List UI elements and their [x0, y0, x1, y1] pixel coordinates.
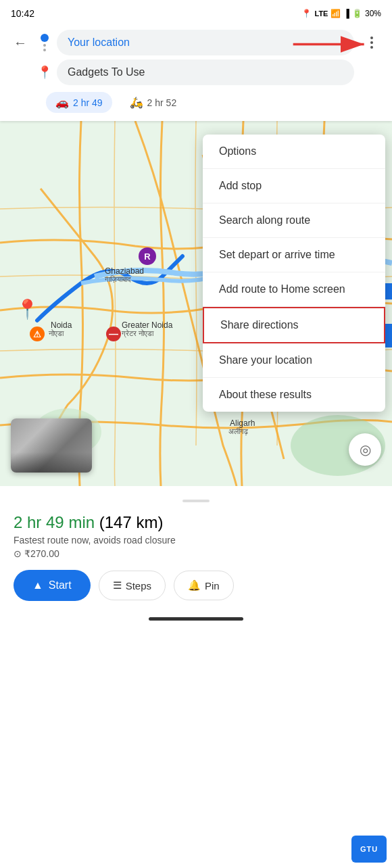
- route-options-row: 🚗 2 hr 49 🛵 2 hr 52: [8, 89, 384, 116]
- pin-icon: 🔔: [188, 579, 201, 592]
- location-icon: 📍: [301, 9, 312, 18]
- watermark: GTU: [351, 836, 387, 863]
- dropdown-item-search-along-route[interactable]: Search along route: [203, 203, 385, 238]
- status-icons: 📍 LTE 📶 ▐ 🔋 30%: [301, 9, 381, 18]
- connector-dot-1: [43, 44, 46, 47]
- wifi-icon: 📶: [330, 9, 341, 18]
- battery-icon: 🔋: [352, 9, 362, 18]
- car-icon: 🚗: [55, 96, 69, 109]
- destination-marker: 📍: [16, 298, 39, 320]
- dropdown-item-options[interactable]: Options: [203, 135, 385, 169]
- dropdown-item-about-results[interactable]: About these results: [203, 378, 385, 412]
- back-button[interactable]: ←: [8, 30, 32, 55]
- dropdown-item-share-location[interactable]: Share your location: [203, 343, 385, 378]
- signal-icon: ▐: [343, 9, 349, 18]
- street-view-thumbnail[interactable]: [11, 418, 92, 473]
- dropdown-menu: Options Add stop Search along route Set …: [203, 135, 385, 412]
- action-row: ▲ Start ☰ Steps 🔔 Pin: [14, 570, 378, 601]
- toll-price: ₹270.00: [24, 548, 59, 559]
- destination-input[interactable]: Gadgets To Use: [57, 59, 354, 85]
- warning-marker: ⚠: [30, 327, 45, 341]
- steps-button[interactable]: ☰ Steps: [99, 571, 166, 600]
- dropdown-item-set-depart-time[interactable]: Set depart or arrive time: [203, 238, 385, 272]
- connector-dot-2: [43, 49, 46, 51]
- time: 10:42: [11, 8, 34, 19]
- to-row: 📍 Gadgets To Use: [8, 59, 384, 85]
- street-view-image: [11, 418, 92, 473]
- destination-icon-col: 📍: [38, 65, 51, 80]
- steps-icon: ☰: [113, 579, 122, 592]
- battery-percent: 30%: [365, 9, 381, 18]
- status-bar: 10:42 📍 LTE 📶 ▐ 🔋 30%: [0, 0, 392, 24]
- three-dots-icon: [370, 37, 373, 49]
- origin-input[interactable]: Your location: [57, 30, 354, 55]
- more-options-button[interactable]: [360, 30, 384, 55]
- navigation-icon: ▲: [32, 579, 43, 592]
- pin-label: Pin: [205, 580, 220, 592]
- dropdown-item-add-to-home[interactable]: Add route to Home screen: [203, 272, 385, 307]
- lte-icon: LTE: [314, 9, 328, 18]
- home-indicator: [149, 617, 243, 621]
- steps-label: Steps: [126, 580, 151, 592]
- moto-route-option[interactable]: 🛵 2 hr 52: [120, 92, 187, 113]
- route-time-value: 2 hr 49 min: [14, 513, 95, 531]
- car-route-option[interactable]: 🚗 2 hr 49: [46, 92, 112, 113]
- from-row: ← Your location: [8, 30, 384, 55]
- drag-handle: [182, 500, 210, 502]
- nav-header: ← Your location 📍 Gadgets To Use: [0, 24, 392, 121]
- dropdown-item-add-stop[interactable]: Add stop: [203, 169, 385, 203]
- pin-button[interactable]: 🔔 Pin: [174, 571, 234, 600]
- car-route-time: 2 hr 49: [73, 97, 103, 108]
- compass-button[interactable]: ◎: [349, 433, 381, 466]
- watermark-text: GTU: [360, 845, 378, 853]
- route-distance: (147 km): [99, 513, 164, 531]
- map-area: Ghaziabad गाज़ियाबाद Noida नोएडा Greater…: [0, 121, 392, 486]
- origin-dot: [41, 34, 49, 42]
- destination-pin-icon: 📍: [37, 65, 52, 80]
- toll-icon: ⊙: [14, 548, 22, 559]
- bottom-panel: 2 hr 49 min (147 km) Fastest route now, …: [0, 486, 392, 612]
- start-label: Start: [49, 579, 72, 592]
- no-entry-marker: —: [106, 327, 121, 341]
- start-button[interactable]: ▲ Start: [14, 570, 91, 601]
- moto-route-time: 2 hr 52: [147, 97, 177, 108]
- route-toll: ⊙ ₹270.00: [14, 548, 378, 559]
- r-marker: R: [139, 247, 156, 265]
- route-time: 2 hr 49 min (147 km): [14, 513, 378, 532]
- dropdown-item-share-directions[interactable]: Share directions: [203, 307, 385, 343]
- route-connector: [38, 34, 51, 51]
- compass-icon: ◎: [360, 441, 371, 458]
- moto-icon: 🛵: [130, 96, 143, 109]
- route-subtitle: Fastest route now, avoids road closure: [14, 535, 378, 546]
